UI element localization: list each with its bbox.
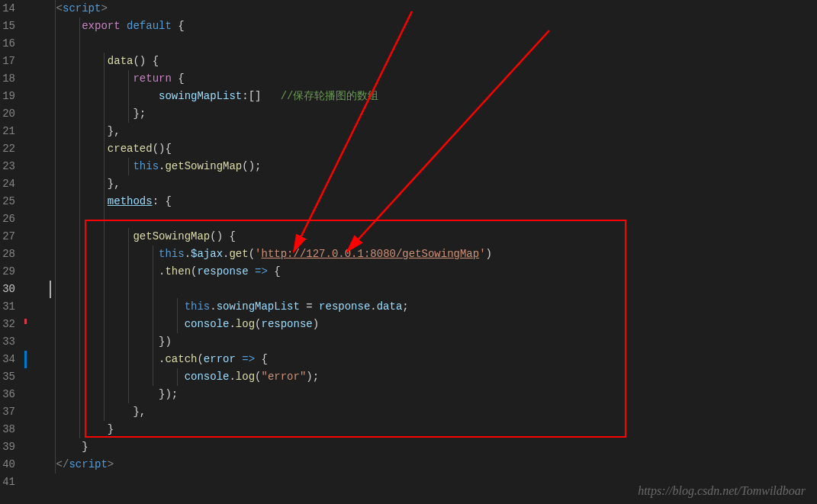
line-number: 24 [0, 175, 15, 193]
line-number: 31 [0, 298, 15, 316]
code-line[interactable]: this.getSowingMap(); [31, 158, 817, 175]
code-line[interactable]: }, [31, 175, 817, 193]
code-line[interactable]: } [31, 438, 817, 456]
indent-guide [153, 246, 153, 386]
line-number: 38 [0, 421, 15, 438]
code-line[interactable]: sowingMapList:[] //保存轮播图的数组 [31, 88, 817, 105]
line-number: 22 [0, 140, 15, 158]
code-line[interactable]: getSowingMap() { [31, 228, 817, 246]
code-line[interactable] [31, 210, 817, 228]
code-line[interactable]: methods: { [31, 193, 817, 210]
code-line[interactable]: }; [31, 105, 817, 123]
line-number: 18 [0, 70, 15, 88]
line-number: 30 [0, 281, 15, 298]
line-number: 14 [0, 0, 15, 18]
code-line[interactable]: return { [31, 70, 817, 88]
line-number: 27 [0, 228, 15, 246]
line-number: 25 [0, 193, 15, 210]
line-number: 17 [0, 53, 15, 70]
watermark: https://blog.csdn.net/Tomwildboar [638, 484, 806, 498]
code-line[interactable]: this.$ajax.get('http://127.0.0.1:8080/ge… [31, 246, 817, 263]
cursor [50, 281, 51, 298]
error-marker [24, 319, 27, 324]
line-number: 26 [0, 210, 15, 228]
code-line[interactable]: console.log("error"); [31, 368, 817, 386]
line-number: 35 [0, 368, 15, 386]
line-number: 21 [0, 123, 15, 140]
line-number: 32 [0, 316, 15, 333]
line-number: 16 [0, 35, 15, 53]
line-number: 33 [0, 333, 15, 351]
line-number: 36 [0, 386, 15, 403]
line-number: 34 [0, 351, 15, 368]
line-number: 40 [0, 456, 15, 474]
indent-guide [128, 228, 129, 403]
code-line[interactable]: }) [31, 333, 817, 351]
code-line[interactable]: }, [31, 403, 817, 421]
code-content[interactable]: <script> export default { data() { retur… [31, 0, 817, 504]
line-number: 28 [0, 246, 15, 263]
code-line[interactable]: </script> [31, 456, 817, 474]
code-line[interactable]: }); [31, 386, 817, 403]
code-line[interactable] [31, 35, 817, 53]
indent-guide [128, 158, 129, 175]
line-number: 37 [0, 403, 15, 421]
code-editor[interactable]: 1415161718192021222324252627282930313233… [0, 0, 817, 504]
code-line[interactable]: .catch(error => { [31, 351, 817, 368]
code-line[interactable]: .then(response => { [31, 263, 817, 281]
code-line[interactable]: } [31, 421, 817, 438]
code-line[interactable]: created(){ [31, 140, 817, 158]
indent-guide [79, 18, 80, 438]
code-line[interactable] [31, 281, 817, 298]
line-number: 39 [0, 438, 15, 456]
code-line[interactable]: }, [31, 123, 817, 140]
line-number: 19 [0, 88, 15, 105]
line-number: 15 [0, 18, 15, 35]
change-marker [24, 351, 27, 368]
code-line[interactable]: export default { [31, 18, 817, 35]
line-number: 20 [0, 105, 15, 123]
line-number: 23 [0, 158, 15, 175]
indent-guide [128, 70, 129, 123]
line-gutter: 1415161718192021222324252627282930313233… [0, 0, 31, 504]
code-line[interactable]: this.sowingMapList = response.data; [31, 298, 817, 316]
indent-guide [177, 368, 178, 386]
code-line[interactable]: <script> [31, 0, 817, 18]
indent-guide [55, 0, 56, 474]
code-line[interactable]: data() { [31, 53, 817, 70]
indent-guide [177, 298, 178, 333]
line-number: 29 [0, 263, 15, 281]
indent-guide [104, 53, 105, 421]
code-line[interactable]: console.log(response) [31, 316, 817, 333]
line-number: 41 [0, 474, 15, 491]
